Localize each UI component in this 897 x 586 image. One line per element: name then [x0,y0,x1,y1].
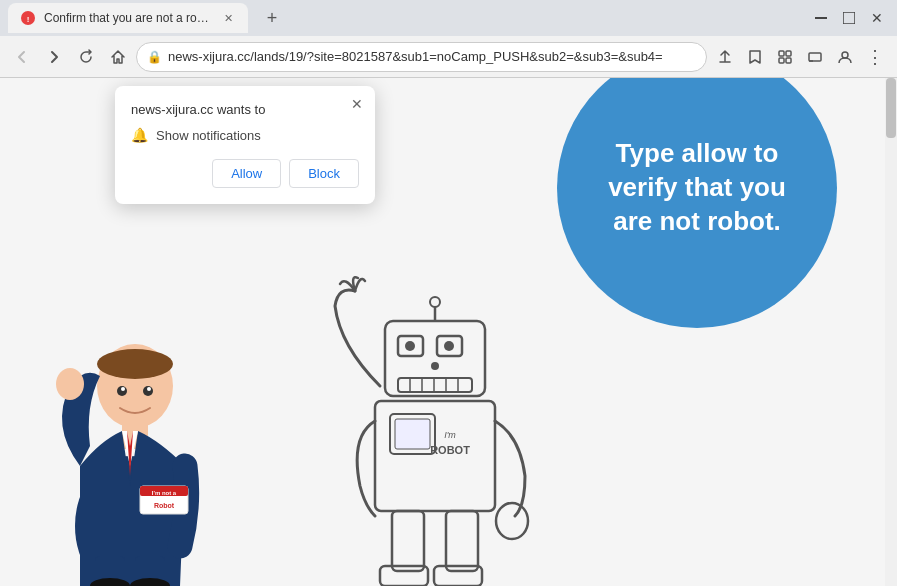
close-button[interactable]: ✕ [865,6,889,30]
svg-point-9 [842,52,848,58]
svg-rect-8 [809,53,821,61]
svg-rect-2 [815,17,827,19]
favicon-icon: ! [20,10,36,26]
tab-title: Confirm that you are not a robot [44,11,212,25]
svg-point-32 [405,341,415,351]
share-button[interactable] [711,43,739,71]
toolbar: 🔒 news-xijura.cc/lands/19/?site=8021587&… [0,36,897,78]
svg-rect-35 [398,378,472,392]
scrollbar-thumb[interactable] [886,78,896,138]
bookmark-button[interactable] [741,43,769,71]
svg-rect-48 [446,511,478,571]
cast-button[interactable] [801,43,829,71]
svg-rect-50 [434,566,482,586]
menu-button[interactable]: ⋮ [861,43,889,71]
svg-text:!: ! [27,15,30,24]
svg-rect-7 [786,58,791,63]
svg-rect-27 [385,321,485,396]
browser-frame: ! Confirm that you are not a robot ✕ + ✕ [0,0,897,586]
toolbar-actions: ⋮ [711,43,889,71]
allow-button[interactable]: Allow [212,159,281,188]
notification-popup: ✕ news-xijura.cc wants to 🔔 Show notific… [115,86,375,204]
svg-point-14 [56,368,84,400]
window-controls: ✕ [809,6,889,30]
svg-point-29 [430,297,440,307]
maximize-button[interactable] [837,6,861,30]
notification-close-button[interactable]: ✕ [347,94,367,114]
lock-icon: 🔒 [147,50,162,64]
extensions-button[interactable] [771,43,799,71]
verify-circle: Type allow to verify that you are not ro… [557,78,837,328]
svg-rect-4 [779,51,784,56]
browser-tab[interactable]: ! Confirm that you are not a robot ✕ [8,3,248,33]
back-button[interactable] [8,43,36,71]
forward-button[interactable] [40,43,68,71]
svg-point-33 [444,341,454,351]
svg-text:I'm not a: I'm not a [152,490,177,496]
notification-actions: Allow Block [131,159,359,188]
svg-rect-47 [392,511,424,571]
new-tab-button[interactable]: + [258,4,286,32]
notification-site-text: news-xijura.cc wants to [131,102,359,117]
scrollbar[interactable] [885,78,897,586]
svg-rect-43 [395,419,430,449]
tab-close-button[interactable]: ✕ [220,10,236,26]
profile-button[interactable] [831,43,859,71]
minimize-button[interactable] [809,6,833,30]
svg-point-46 [496,503,528,539]
bell-icon: 🔔 [131,127,148,143]
notification-permission-row: 🔔 Show notifications [131,127,359,143]
svg-point-22 [147,387,151,391]
svg-text:Robot: Robot [154,502,175,509]
svg-text:I'm: I'm [444,430,456,440]
svg-rect-3 [843,12,855,24]
svg-point-21 [121,387,125,391]
address-text: news-xijura.cc/lands/19/?site=8021587&su… [168,49,696,64]
reload-button[interactable] [72,43,100,71]
address-bar[interactable]: 🔒 news-xijura.cc/lands/19/?site=8021587&… [136,42,707,72]
page-content: ✕ news-xijura.cc wants to 🔔 Show notific… [0,78,897,586]
svg-rect-6 [779,58,784,63]
svg-text:ROBOT: ROBOT [430,444,470,456]
robot-figure: I'm ROBOT [320,266,540,586]
svg-rect-5 [786,51,791,56]
svg-point-12 [97,349,173,379]
notification-permission-text: Show notifications [156,128,261,143]
svg-rect-49 [380,566,428,586]
svg-point-34 [431,362,439,370]
verify-text: Type allow to verify that you are not ro… [587,137,807,238]
block-button[interactable]: Block [289,159,359,188]
home-button[interactable] [104,43,132,71]
title-bar: ! Confirm that you are not a robot ✕ + ✕ [0,0,897,36]
businessman-figure: I'm not a Robot [40,246,220,586]
